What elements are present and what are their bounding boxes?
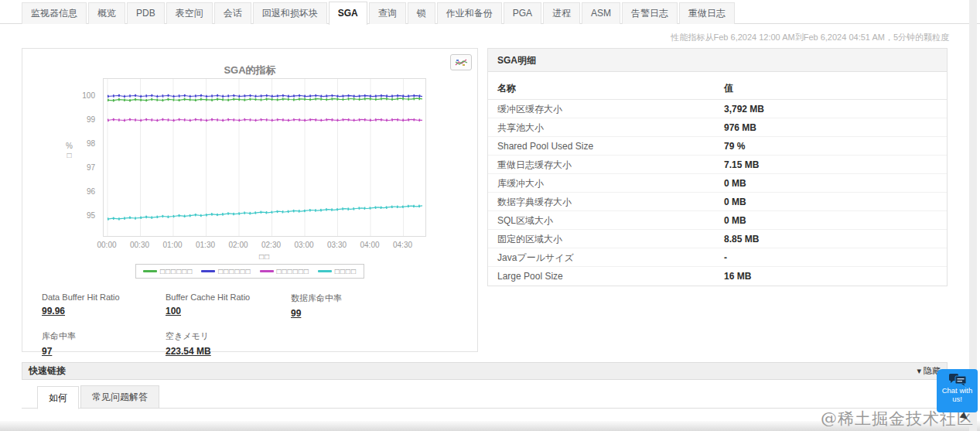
x-tick-2: 01:00: [159, 241, 186, 249]
tab-7[interactable]: 查询: [369, 2, 406, 24]
stat-value-link[interactable]: 99: [291, 308, 301, 319]
table-row: Shared Pool Used Size79 %: [488, 137, 947, 156]
row-name: 共享池大小: [497, 118, 544, 137]
tab-1[interactable]: 概览: [88, 2, 125, 24]
tab-3[interactable]: 表空间: [166, 2, 213, 24]
stat-label: 数据库命中率: [291, 292, 415, 304]
x-tick-0: 00:00: [93, 241, 121, 249]
chart-title: SGA的指标: [22, 63, 477, 77]
tab-5[interactable]: 回退和损坏块: [253, 2, 327, 24]
legend-label: □□□□□□: [160, 267, 193, 275]
stat-value-link[interactable]: 97: [42, 346, 52, 357]
sga-monitor-page: 监视器信息概览PDB表空间会话回退和损坏块SGA查询锁作业和备份PGA进程ASM…: [0, 0, 980, 431]
row-value: 0 MB: [724, 211, 746, 230]
x-tick-1: 00:30: [126, 241, 154, 249]
line-chart-plot: [103, 78, 426, 237]
chat-bubbles-icon: [948, 373, 967, 386]
chat-with-us-button[interactable]: Chat with us!: [937, 369, 978, 412]
row-value: 79 %: [724, 137, 745, 156]
row-value: 976 MB: [724, 118, 756, 137]
quick-links-tabs: 如何常见问题解答: [22, 385, 948, 409]
tab-10[interactable]: PGA: [504, 2, 541, 24]
column-header-value: 值: [724, 77, 733, 100]
vertical-scrollbar[interactable]: [969, 0, 977, 431]
sga-details-panel: SGA明细 名称 值 缓冲区缓存大小3,792 MB共享池大小976 MBSha…: [487, 48, 948, 286]
legend-box: □□□□□□□□□□□□□□□□□□□□□□: [135, 264, 364, 279]
tab-0[interactable]: 监视器信息: [22, 2, 87, 24]
row-name: Large Pool Size: [497, 267, 563, 286]
row-value: 16 MB: [724, 267, 751, 286]
legend-label: □□□□: [335, 267, 357, 275]
top-tab-bar: 监视器信息概览PDB表空间会话回退和损坏块SGA查询锁作业和备份PGA进程ASM…: [0, 2, 980, 24]
mini-chart-icon: [455, 58, 468, 67]
column-header-name: 名称: [497, 77, 516, 100]
quick-links-title: 快速链接: [22, 363, 947, 379]
row-value: 7.15 MB: [724, 156, 759, 174]
stat-label: Buffer Cache Hit Ratio: [166, 292, 291, 302]
row-name: 固定的区域大小: [497, 230, 562, 248]
table-row: SQL区域大小0 MB: [488, 211, 947, 230]
table-row: 缓冲区缓存大小3,792 MB: [488, 100, 947, 118]
row-name: 数据字典缓存大小: [497, 193, 572, 211]
stat-value-link[interactable]: 100: [166, 306, 181, 316]
legend-item-3: □□□□: [318, 267, 357, 275]
legend-item-0: □□□□□□: [143, 267, 193, 275]
y-tick-96: 96: [77, 187, 95, 196]
tab-active-6[interactable]: SGA: [329, 2, 367, 25]
tab-13[interactable]: 告警日志: [622, 2, 678, 24]
row-value: 0 MB: [724, 193, 746, 211]
y-tick-98: 98: [77, 139, 95, 148]
stat-label: 空きメモリ: [166, 330, 291, 342]
details-panel-title: SGA明细: [488, 49, 947, 72]
chart-options-button[interactable]: [450, 54, 472, 70]
sga-metrics-chart-panel: SGA的指标 % □ 9596979899100 00:0000:3001:00…: [22, 48, 478, 352]
chat-label: Chat with us!: [940, 386, 975, 403]
stat-label: 库命中率: [42, 330, 166, 342]
row-value: -: [724, 248, 727, 267]
tab-2[interactable]: PDB: [127, 2, 165, 24]
details-table-header: 名称 值: [488, 77, 947, 100]
y-tick-97: 97: [77, 163, 95, 172]
stat-value-link[interactable]: 223.54 MB: [166, 346, 211, 357]
row-name: 库缓冲大小: [497, 174, 544, 193]
table-row: 重做日志缓存大小7.15 MB: [488, 156, 947, 174]
legend-swatch-icon: [201, 270, 215, 272]
table-row: 数据字典缓存大小0 MB: [488, 193, 947, 211]
stat-3: 库命中率97: [42, 330, 166, 357]
legend-label: □□□□□□: [277, 267, 309, 275]
quick-links-tab-1[interactable]: 常见问题解答: [80, 385, 159, 409]
x-tick-5: 02:30: [258, 241, 285, 249]
row-name: 重做日志缓存大小: [497, 156, 572, 174]
tab-14[interactable]: 重做日志: [679, 2, 735, 24]
stat-label: Data Buffer Hit Ratio: [42, 292, 166, 302]
legend-item-2: □□□□□□: [260, 267, 309, 275]
x-axis-ticks: 00:0000:3001:0001:3002:0002:3003:0003:30…: [103, 241, 426, 251]
stat-value-link[interactable]: 99.96: [42, 306, 65, 316]
performance-period-note: 性能指标从Feb 6,2024 12:00 AM到Feb 6,2024 04:5…: [671, 32, 950, 43]
x-tick-6: 03:00: [290, 241, 318, 249]
x-tick-9: 04:30: [389, 241, 417, 249]
tab-4[interactable]: 会话: [214, 2, 251, 24]
tab-11[interactable]: 进程: [543, 2, 580, 24]
quick-links-bar: 快速链接 ▾ 隐藏: [22, 362, 948, 380]
stat-4: 空きメモリ223.54 MB: [166, 330, 291, 357]
table-row: 库缓冲大小0 MB: [488, 174, 947, 193]
row-value: 3,792 MB: [724, 100, 764, 118]
table-row: Large Pool Size16 MB: [488, 267, 947, 286]
legend-swatch-icon: [318, 270, 332, 272]
table-row: Javaプールサイズ-: [488, 248, 947, 267]
stat-1: Buffer Cache Hit Ratio100: [166, 292, 291, 320]
legend-swatch-icon: [143, 270, 157, 272]
x-tick-7: 03:30: [323, 241, 351, 249]
tab-9[interactable]: 作业和备份: [437, 2, 502, 24]
row-name: Shared Pool Used Size: [497, 137, 593, 156]
table-row: 共享池大小976 MB: [488, 118, 947, 137]
row-name: 缓冲区缓存大小: [497, 100, 562, 118]
x-tick-8: 04:00: [356, 241, 384, 249]
row-value: 0 MB: [724, 174, 746, 193]
tab-8[interactable]: 锁: [408, 2, 435, 24]
chart-summary-stats: Data Buffer Hit Ratio99.96Buffer Cache H…: [42, 292, 459, 357]
details-table: 名称 值 缓冲区缓存大小3,792 MB共享池大小976 MBShared Po…: [488, 77, 947, 286]
quick-links-tab-0[interactable]: 如何: [37, 386, 79, 409]
tab-12[interactable]: ASM: [582, 2, 620, 24]
